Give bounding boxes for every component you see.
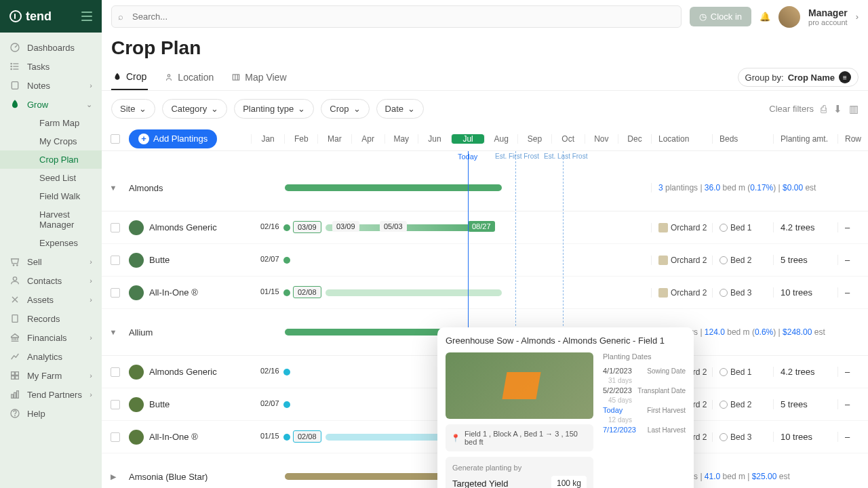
planting-dot[interactable] [283, 434, 290, 441]
crop-name[interactable]: Almonds Generic [129, 220, 251, 235]
month-jul: Jul [451, 134, 484, 144]
row-checkbox[interactable] [111, 256, 120, 265]
row-checkbox[interactable] [111, 288, 120, 298]
nav-myfarm[interactable]: My Farm› [0, 366, 102, 385]
yield-input[interactable]: 100 kg [551, 476, 587, 488]
date-label: 02/16 [256, 365, 283, 376]
sub-field-walk[interactable]: Field Walk [0, 187, 102, 205]
avatar[interactable] [778, 6, 800, 28]
location-tag[interactable]: Orchard 2 [658, 223, 712, 232]
expand-icon[interactable]: ▼ [110, 328, 117, 336]
sub-farm-map[interactable]: Farm Map [0, 114, 102, 132]
planting-dot[interactable] [283, 224, 290, 231]
bed-tag[interactable]: Bed 1 [719, 223, 773, 232]
groupby-selector[interactable]: Group by: Crop Name≡ [738, 68, 859, 87]
cart-icon [9, 256, 20, 267]
filter-category[interactable]: Category ⌄ [162, 99, 227, 119]
bed-tag[interactable]: Bed 2 [719, 256, 773, 265]
row-checkbox[interactable] [111, 223, 120, 232]
location-tag[interactable]: Orchard 2 [658, 256, 712, 265]
nav-contacts[interactable]: Contacts› [0, 271, 102, 290]
nav-tasks[interactable]: Tasks [0, 57, 102, 76]
date-label[interactable]: 03/09 [293, 221, 321, 233]
date-label: 01/15 [256, 286, 283, 297]
month-feb: Feb [284, 134, 317, 144]
sub-crop-plan[interactable]: Crop Plan [0, 150, 102, 169]
svg-rect-18 [17, 391, 19, 399]
notifications-icon[interactable]: 🔔 [760, 12, 770, 22]
leaf-icon [9, 99, 20, 110]
location-tag[interactable]: Orchard 2 [658, 288, 712, 298]
download-icon[interactable]: ⬇ [833, 103, 842, 115]
print-icon[interactable]: ⎙ [821, 103, 827, 115]
nav-notes[interactable]: Notes› [0, 76, 102, 95]
expand-icon[interactable]: ▼ [110, 184, 117, 192]
field-location-tag: 📍Field 1 , Block A , Bed 1 → 3 , 150 bed… [446, 424, 593, 451]
crop-name[interactable]: All-In-One ® [129, 430, 251, 445]
sub-expenses[interactable]: Expenses [0, 234, 102, 252]
filter-crop[interactable]: Crop ⌄ [321, 99, 369, 119]
planting-dot[interactable] [283, 289, 290, 296]
col-row: Row [837, 134, 868, 144]
search-input[interactable] [111, 5, 682, 28]
columns-icon[interactable]: ▥ [849, 103, 859, 115]
nav-partners[interactable]: Tend Partners› [0, 385, 102, 404]
nav-help[interactable]: Help [0, 404, 102, 423]
svg-point-5 [11, 66, 12, 66]
tab-map[interactable]: Map View [230, 65, 288, 89]
logo-icon [9, 10, 22, 22]
sub-my-crops[interactable]: My Crops [0, 132, 102, 150]
crop-name[interactable]: All-In-One ® [129, 285, 251, 300]
tab-location[interactable]: Location [163, 65, 215, 89]
row-checkbox[interactable] [111, 367, 120, 377]
tab-crop[interactable]: Crop [111, 64, 148, 90]
bed-tag[interactable]: Bed 1 [719, 367, 773, 377]
month-dec: Dec [618, 134, 651, 144]
row-checkbox[interactable] [111, 432, 120, 442]
month-apr: Apr [351, 134, 384, 144]
crop-name[interactable]: Butte [129, 253, 251, 268]
gantt-bar[interactable] [326, 289, 502, 296]
sub-seed-list[interactable]: Seed List [0, 169, 102, 187]
planting-dot[interactable] [283, 401, 290, 408]
bed-tag[interactable]: Bed 3 [719, 288, 773, 298]
planting-dot[interactable] [283, 369, 290, 375]
month-aug: Aug [484, 134, 517, 144]
clear-filters[interactable]: Clear filters [769, 104, 814, 114]
date-label: 01/15 [256, 430, 283, 441]
expand-icon[interactable]: ▶ [111, 472, 116, 481]
filter-planting[interactable]: Planting type ⌄ [234, 99, 314, 119]
crop-name[interactable]: Almonds Generic [129, 365, 251, 380]
nav-dashboards[interactable]: Dashboards [0, 38, 102, 57]
date-label[interactable]: 02/08 [293, 286, 321, 298]
nav-analytics[interactable]: Analytics [0, 347, 102, 366]
sidebar-collapse-icon[interactable] [81, 12, 92, 21]
month-oct: Oct [551, 134, 585, 144]
crop-icon [129, 253, 144, 268]
date-label[interactable]: 02/08 [293, 430, 321, 443]
popover-title: Greenhouse Sow - Almonds - Almonds Gener… [446, 336, 686, 346]
bed-tag[interactable]: Bed 2 [719, 400, 773, 409]
nav-financials[interactable]: Financials› [0, 328, 102, 347]
group-name[interactable]: Almonds [129, 183, 251, 193]
col-beds: Beds [712, 134, 773, 144]
nav-sell[interactable]: Sell› [0, 252, 102, 271]
planting-dot[interactable] [283, 257, 290, 264]
select-all-checkbox[interactable] [111, 134, 120, 144]
bars-icon [9, 389, 20, 400]
filter-site[interactable]: Site ⌄ [111, 99, 155, 119]
sub-harvest[interactable]: Harvest Manager [0, 205, 102, 234]
group-name[interactable]: Amsonia (Blue Star) [129, 472, 251, 482]
clockin-button[interactable]: ◷Clock in [690, 7, 751, 26]
nav-grow[interactable]: Grow⌄ [0, 95, 102, 114]
bed-tag[interactable]: Bed 3 [719, 432, 773, 442]
user-menu-chevron[interactable]: › [856, 12, 859, 22]
add-plantings-button[interactable]: +Add Plantings [129, 129, 217, 148]
crop-name[interactable]: Butte [129, 397, 251, 412]
col-amt: Planting amt. [773, 134, 837, 144]
row-checkbox[interactable] [111, 400, 120, 409]
filter-date[interactable]: Date ⌄ [376, 99, 424, 119]
group-name[interactable]: Allium [129, 327, 251, 338]
nav-assets[interactable]: Assets› [0, 290, 102, 309]
nav-records[interactable]: Records [0, 309, 102, 328]
